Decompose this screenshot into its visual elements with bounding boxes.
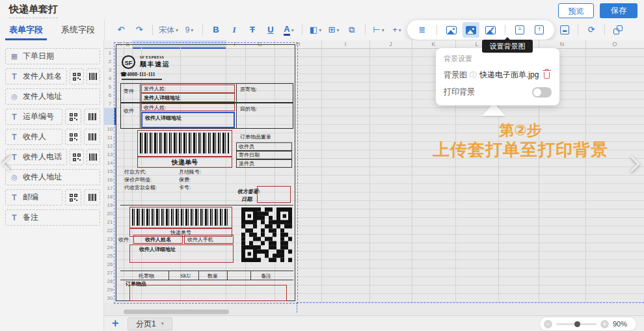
insert-button[interactable]: +▾ [388,22,405,38]
preview-button[interactable]: 预览 [558,3,594,18]
row-header-17[interactable]: 17 [104,184,116,192]
row-header-23[interactable]: 23 [104,235,116,243]
field-location-6[interactable]: ◎收件人地址 [5,169,100,185]
field-order-items[interactable] [129,285,287,301]
save-button[interactable]: 保存 [600,3,637,18]
field-textarea-8[interactable]: T备注 [5,209,100,226]
section-divider [120,205,293,205]
row-header-16[interactable]: 16 [104,176,116,184]
horizontal-scrollbar[interactable] [124,310,229,314]
print-background-toggle[interactable] [532,87,552,98]
row-header-15[interactable]: 15 [104,167,116,176]
set-background-image-button[interactable] [463,22,479,38]
row-header-18[interactable]: 18 [104,192,116,201]
font-size-select[interactable]: 9▾ [181,22,198,38]
qr-code-button[interactable] [70,68,84,85]
undo-icon[interactable]: ↶ [113,22,129,38]
row-header-21[interactable]: 21 [104,218,116,226]
fill-color-button[interactable]: ◧▾ [307,22,324,38]
qr-code-button[interactable] [65,129,81,145]
field-location-2[interactable]: ◎发件人地址 [5,88,100,105]
row-header-28[interactable]: 28 [104,277,116,285]
barcode-button[interactable] [84,129,100,145]
field-receiver2-name[interactable]: 收件人姓名 [133,235,183,244]
field-text-3[interactable]: T运单编号 [5,109,62,125]
row-header-13[interactable]: 13 [104,150,116,159]
row-header-26[interactable]: 26 [104,260,116,269]
align-button[interactable]: ⊢▾ [370,22,387,38]
row-header-30[interactable]: 30 [104,294,116,302]
column-header-O[interactable]: O [585,40,644,49]
barcode-button[interactable] [87,68,101,85]
field-calendar-0[interactable]: ▦下单日期 [5,48,100,64]
sender-tag: 寄件 [124,88,134,94]
redo-icon[interactable]: ↷ [131,22,148,38]
zoom-slider-knob[interactable] [574,321,580,327]
sheet-tab[interactable]: 分页1 ▾ [127,317,172,330]
zoom-out-button[interactable]: − [544,320,552,328]
qr-code-button[interactable] [65,189,81,205]
row-header-14[interactable]: 14 [104,159,116,167]
field-receiver-name[interactable]: 收件人姓: [141,103,235,111]
field-sign-box[interactable] [257,186,291,203]
row-header-12[interactable]: 12 [104,142,116,150]
field-waybill-number-1[interactable]: 快递单号 [137,157,232,168]
indent-icon[interactable]: ≣ [414,22,431,38]
border-style-button[interactable]: ⊞▾ [325,22,342,38]
qr-code-button[interactable] [65,109,81,125]
strikethrough-button[interactable]: T [244,22,261,38]
underline-button[interactable]: U [262,22,279,38]
row-header-5[interactable]: 5 [104,83,116,91]
row-header-4[interactable]: 4 [104,74,116,83]
field-text-7[interactable]: T邮编 [5,189,62,205]
column-header-I[interactable]: I [321,40,369,49]
add-sheet-button[interactable]: + [112,317,119,330]
zoom-slider[interactable] [556,323,597,325]
page-warning-button[interactable]: ! [531,22,548,38]
row-header-2[interactable]: 2 [104,57,116,66]
row-header-11[interactable]: 11 [104,133,116,142]
font-color-button[interactable]: A▾ [280,22,297,38]
row-header-27[interactable]: 27 [104,269,116,277]
field-text-1[interactable]: T发件人姓名 [5,68,67,85]
row-header-10[interactable]: 10 [104,125,116,133]
field-barcode-2[interactable] [129,207,232,228]
image-adjust-button[interactable] [482,22,499,38]
zoom-in-button[interactable]: + [600,320,609,328]
field-sender-address[interactable]: 发件人详细地址 [141,93,235,102]
row-header-6[interactable]: 6 [104,91,116,99]
tab-system-fields[interactable]: 系统字段 [52,20,104,40]
field-receiver2-address[interactable]: 收件人详细地址 [129,245,234,263]
row-header-22[interactable]: 22 [104,226,116,235]
delete-background-icon[interactable] [544,72,550,79]
row-header-25[interactable]: 25 [104,252,116,260]
insert-image-button[interactable] [443,22,460,38]
merge-cells-button[interactable]: ⧉ [343,22,360,38]
refresh-button[interactable]: ⟳ [583,22,600,38]
field-sender-name[interactable]: 发件人姓: [141,85,235,93]
barcode-button[interactable] [84,109,100,125]
font-family-select[interactable]: 宋体▾ [157,22,180,38]
spreadsheet-canvas[interactable]: ABCDEFGHIJKLMNO 123456789101112131415161… [104,40,644,315]
field-barcode-1[interactable] [137,130,232,157]
field-receiver-address-selected[interactable]: 收件人详细地址 [141,112,235,128]
row-header-3[interactable]: 3 [104,66,116,74]
copy-sheet-button[interactable] [610,22,626,38]
barcode-button[interactable] [87,149,101,165]
row-header-29[interactable]: 29 [104,285,116,294]
row-header-19[interactable]: 19 [104,201,116,209]
column-header-J[interactable]: J [369,40,412,49]
row-header-20[interactable]: 20 [104,209,116,218]
row-header-7[interactable]: 7 [104,99,116,108]
italic-button[interactable]: I [226,22,243,38]
page-footer-button[interactable]: ▂ [556,22,573,38]
qr-code-button[interactable] [70,149,84,165]
row-header-1[interactable]: 1 [104,49,116,57]
page-settings-button[interactable]: ≡ [511,22,528,38]
bold-button[interactable]: B [208,22,224,38]
field-text-4[interactable]: T收件人 [5,129,62,145]
barcode-button[interactable] [84,189,100,205]
row-header-24[interactable]: 24 [104,243,116,252]
field-receiver2-phone[interactable]: 收件人手机 [184,235,234,244]
tab-form-fields[interactable]: 表单字段 [0,20,52,40]
